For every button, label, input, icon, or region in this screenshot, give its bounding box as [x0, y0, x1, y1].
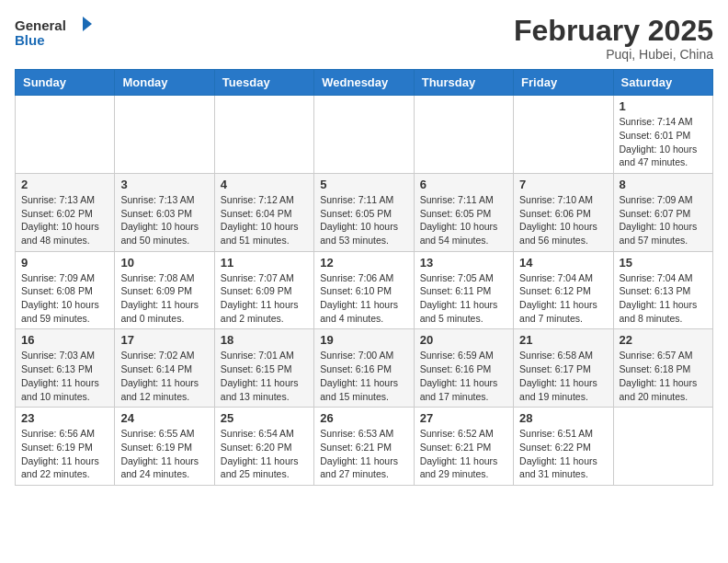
- day-info: Sunrise: 7:14 AM Sunset: 6:01 PM Dayligh…: [620, 115, 707, 169]
- calendar-cell: 6Sunrise: 7:11 AM Sunset: 6:05 PM Daylig…: [414, 173, 513, 251]
- day-info: Sunrise: 6:58 AM Sunset: 6:17 PM Dayligh…: [519, 349, 607, 403]
- day-info: Sunrise: 7:04 AM Sunset: 6:12 PM Dayligh…: [519, 271, 607, 326]
- day-info: Sunrise: 6:53 AM Sunset: 6:21 PM Dayligh…: [320, 427, 407, 481]
- calendar-cell: 10Sunrise: 7:08 AM Sunset: 6:09 PM Dayli…: [115, 251, 214, 329]
- day-info: Sunrise: 6:56 AM Sunset: 6:19 PM Dayligh…: [21, 427, 108, 481]
- day-number: 24: [120, 411, 208, 425]
- calendar-table: SundayMondayTuesdayWednesdayThursdayFrid…: [15, 69, 713, 486]
- calendar-week-1: 1Sunrise: 7:14 AM Sunset: 6:01 PM Daylig…: [16, 96, 713, 174]
- calendar-cell: 12Sunrise: 7:06 AM Sunset: 6:10 PM Dayli…: [314, 251, 414, 329]
- day-number: 3: [120, 178, 208, 191]
- day-number: 22: [620, 333, 707, 347]
- calendar-cell: 9Sunrise: 7:09 AM Sunset: 6:08 PM Daylig…: [16, 251, 115, 329]
- day-number: 15: [620, 256, 707, 270]
- day-info: Sunrise: 6:55 AM Sunset: 6:19 PM Dayligh…: [120, 427, 208, 481]
- weekday-header-wednesday: Wednesday: [314, 70, 414, 96]
- day-info: Sunrise: 6:54 AM Sunset: 6:20 PM Dayligh…: [221, 427, 308, 481]
- calendar-cell: 28Sunrise: 6:51 AM Sunset: 6:22 PM Dayli…: [514, 408, 613, 486]
- day-info: Sunrise: 6:57 AM Sunset: 6:18 PM Dayligh…: [620, 349, 707, 403]
- day-number: 6: [420, 178, 507, 191]
- day-number: 7: [519, 178, 607, 191]
- calendar-cell: 25Sunrise: 6:54 AM Sunset: 6:20 PM Dayli…: [214, 408, 313, 486]
- day-info: Sunrise: 7:04 AM Sunset: 6:13 PM Dayligh…: [620, 271, 707, 326]
- weekday-header-row: SundayMondayTuesdayWednesdayThursdayFrid…: [16, 70, 713, 96]
- day-info: Sunrise: 7:07 AM Sunset: 6:09 PM Dayligh…: [221, 271, 308, 326]
- calendar-cell: [115, 96, 214, 174]
- logo: GeneralBlue: [15, 15, 97, 52]
- calendar-cell: 3Sunrise: 7:13 AM Sunset: 6:03 PM Daylig…: [115, 173, 214, 251]
- day-number: 21: [519, 333, 607, 347]
- calendar-cell: 26Sunrise: 6:53 AM Sunset: 6:21 PM Dayli…: [314, 408, 414, 486]
- calendar-cell: 4Sunrise: 7:12 AM Sunset: 6:04 PM Daylig…: [214, 173, 313, 251]
- logo-svg: GeneralBlue: [15, 15, 97, 52]
- weekday-header-sunday: Sunday: [16, 70, 115, 96]
- calendar-cell: [16, 96, 115, 174]
- weekday-header-saturday: Saturday: [613, 70, 712, 96]
- day-info: Sunrise: 7:11 AM Sunset: 6:05 PM Dayligh…: [420, 193, 507, 247]
- day-info: Sunrise: 7:12 AM Sunset: 6:04 PM Dayligh…: [221, 193, 308, 247]
- title-block: February 2025 Puqi, Hubei, China: [514, 15, 713, 62]
- calendar-cell: 21Sunrise: 6:58 AM Sunset: 6:17 PM Dayli…: [514, 329, 613, 408]
- calendar-cell: 27Sunrise: 6:52 AM Sunset: 6:21 PM Dayli…: [414, 408, 513, 486]
- calendar-cell: 22Sunrise: 6:57 AM Sunset: 6:18 PM Dayli…: [613, 329, 712, 408]
- month-title: February 2025: [514, 15, 713, 47]
- calendar-cell: 5Sunrise: 7:11 AM Sunset: 6:05 PM Daylig…: [314, 173, 414, 251]
- day-info: Sunrise: 7:02 AM Sunset: 6:14 PM Dayligh…: [120, 349, 208, 403]
- day-info: Sunrise: 7:01 AM Sunset: 6:15 PM Dayligh…: [221, 349, 308, 403]
- svg-text:Blue: Blue: [15, 32, 45, 48]
- day-number: 1: [620, 99, 707, 113]
- day-info: Sunrise: 7:05 AM Sunset: 6:11 PM Dayligh…: [420, 271, 507, 326]
- day-info: Sunrise: 7:13 AM Sunset: 6:03 PM Dayligh…: [120, 193, 208, 247]
- calendar-cell: 15Sunrise: 7:04 AM Sunset: 6:13 PM Dayli…: [613, 251, 712, 329]
- calendar-cell: 13Sunrise: 7:05 AM Sunset: 6:11 PM Dayli…: [414, 251, 513, 329]
- day-info: Sunrise: 7:11 AM Sunset: 6:05 PM Dayligh…: [320, 193, 407, 247]
- day-number: 12: [320, 256, 407, 270]
- day-info: Sunrise: 7:00 AM Sunset: 6:16 PM Dayligh…: [320, 349, 407, 403]
- day-info: Sunrise: 6:52 AM Sunset: 6:21 PM Dayligh…: [420, 427, 507, 481]
- day-number: 28: [519, 411, 607, 425]
- day-number: 23: [21, 411, 108, 425]
- calendar-week-5: 23Sunrise: 6:56 AM Sunset: 6:19 PM Dayli…: [16, 408, 713, 486]
- weekday-header-tuesday: Tuesday: [214, 70, 313, 96]
- calendar-cell: 20Sunrise: 6:59 AM Sunset: 6:16 PM Dayli…: [414, 329, 513, 408]
- location-subtitle: Puqi, Hubei, China: [514, 47, 713, 62]
- calendar-cell: 19Sunrise: 7:00 AM Sunset: 6:16 PM Dayli…: [314, 329, 414, 408]
- calendar-cell: [414, 96, 513, 174]
- calendar-cell: [514, 96, 613, 174]
- weekday-header-thursday: Thursday: [414, 70, 513, 96]
- calendar-cell: 18Sunrise: 7:01 AM Sunset: 6:15 PM Dayli…: [214, 329, 313, 408]
- calendar-cell: [314, 96, 414, 174]
- day-number: 11: [221, 256, 308, 270]
- day-number: 13: [420, 256, 507, 270]
- day-number: 25: [221, 411, 308, 425]
- day-number: 16: [21, 333, 108, 347]
- day-info: Sunrise: 7:06 AM Sunset: 6:10 PM Dayligh…: [320, 271, 407, 326]
- svg-marker-1: [83, 17, 92, 31]
- day-info: Sunrise: 7:03 AM Sunset: 6:13 PM Dayligh…: [21, 349, 108, 403]
- day-info: Sunrise: 7:09 AM Sunset: 6:08 PM Dayligh…: [21, 271, 108, 326]
- page-header: GeneralBlue February 2025 Puqi, Hubei, C…: [15, 15, 713, 62]
- day-number: 18: [221, 333, 308, 347]
- day-info: Sunrise: 7:10 AM Sunset: 6:06 PM Dayligh…: [519, 193, 607, 247]
- day-number: 4: [221, 178, 308, 191]
- calendar-cell: 11Sunrise: 7:07 AM Sunset: 6:09 PM Dayli…: [214, 251, 313, 329]
- day-info: Sunrise: 6:59 AM Sunset: 6:16 PM Dayligh…: [420, 349, 507, 403]
- day-info: Sunrise: 7:08 AM Sunset: 6:09 PM Dayligh…: [120, 271, 208, 326]
- day-number: 5: [320, 178, 407, 191]
- day-info: Sunrise: 7:09 AM Sunset: 6:07 PM Dayligh…: [620, 193, 707, 247]
- day-number: 10: [120, 256, 208, 270]
- calendar-cell: 17Sunrise: 7:02 AM Sunset: 6:14 PM Dayli…: [115, 329, 214, 408]
- calendar-week-3: 9Sunrise: 7:09 AM Sunset: 6:08 PM Daylig…: [16, 251, 713, 329]
- day-number: 26: [320, 411, 407, 425]
- day-number: 8: [620, 178, 707, 191]
- day-number: 27: [420, 411, 507, 425]
- day-number: 19: [320, 333, 407, 347]
- calendar-cell: [613, 408, 712, 486]
- weekday-header-monday: Monday: [115, 70, 214, 96]
- weekday-header-friday: Friday: [514, 70, 613, 96]
- day-number: 9: [21, 256, 108, 270]
- calendar-week-2: 2Sunrise: 7:13 AM Sunset: 6:02 PM Daylig…: [16, 173, 713, 251]
- calendar-week-4: 16Sunrise: 7:03 AM Sunset: 6:13 PM Dayli…: [16, 329, 713, 408]
- day-number: 2: [21, 178, 108, 191]
- day-info: Sunrise: 7:13 AM Sunset: 6:02 PM Dayligh…: [21, 193, 108, 247]
